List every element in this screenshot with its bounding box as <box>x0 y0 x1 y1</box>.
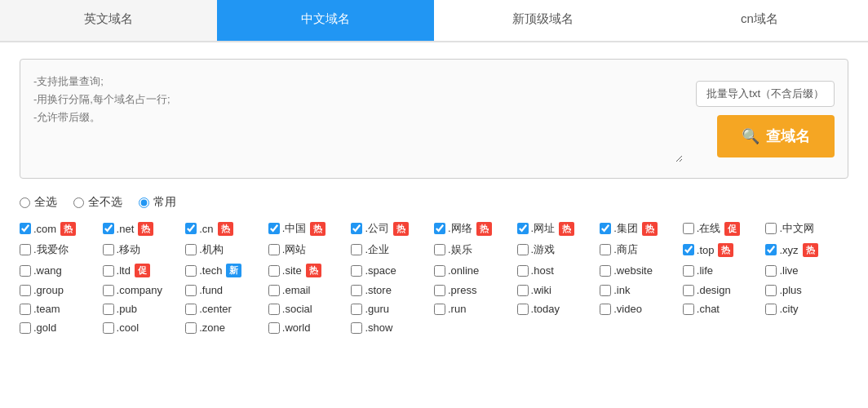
domain-checkbox[interactable] <box>185 223 197 234</box>
domain-item[interactable]: .ltd促 <box>103 264 186 277</box>
domain-item[interactable]: .top热 <box>683 242 766 257</box>
domain-checkbox[interactable] <box>683 223 694 234</box>
domain-checkbox[interactable] <box>268 322 280 334</box>
domain-item[interactable]: .email <box>268 284 352 296</box>
domain-item[interactable]: .social <box>268 303 352 315</box>
domain-item[interactable]: .center <box>185 303 268 315</box>
domain-item[interactable]: .移动 <box>103 242 186 257</box>
domain-item[interactable]: .cn热 <box>185 221 268 236</box>
domain-item[interactable]: .娱乐 <box>434 242 517 257</box>
domain-checkbox[interactable] <box>765 244 777 255</box>
domain-checkbox[interactable] <box>600 244 611 255</box>
domain-checkbox[interactable] <box>351 223 362 234</box>
domain-checkbox[interactable] <box>517 285 529 296</box>
domain-item[interactable]: .host <box>517 264 600 277</box>
domain-checkbox[interactable] <box>683 244 694 255</box>
domain-item[interactable]: .net热 <box>103 221 186 236</box>
domain-item[interactable]: .today <box>517 303 600 315</box>
domain-item[interactable]: .group <box>20 284 103 296</box>
domain-checkbox[interactable] <box>351 304 362 315</box>
domain-checkbox[interactable] <box>185 285 197 296</box>
tab-cn[interactable]: cn域名 <box>651 0 868 41</box>
domain-item[interactable]: .design <box>683 284 766 296</box>
domain-item[interactable]: .pub <box>103 303 186 315</box>
domain-checkbox[interactable] <box>765 265 777 277</box>
domain-checkbox[interactable] <box>103 285 114 296</box>
domain-checkbox[interactable] <box>434 265 445 277</box>
domain-item[interactable]: .集团热 <box>600 221 683 236</box>
domain-input[interactable] <box>33 73 683 162</box>
domain-checkbox[interactable] <box>268 304 280 315</box>
domain-item[interactable]: .press <box>434 284 517 296</box>
domain-checkbox[interactable] <box>351 285 362 296</box>
domain-item[interactable]: .我爱你 <box>20 242 103 257</box>
domain-checkbox[interactable] <box>600 285 611 296</box>
domain-item[interactable]: .plus <box>765 284 848 296</box>
search-button[interactable]: 🔍 查域名 <box>717 115 835 157</box>
domain-checkbox[interactable] <box>434 285 445 296</box>
domain-item[interactable]: .website <box>600 264 683 277</box>
domain-item[interactable]: .游戏 <box>517 242 600 257</box>
domain-checkbox[interactable] <box>765 304 777 315</box>
domain-checkbox[interactable] <box>20 322 31 334</box>
domain-checkbox[interactable] <box>268 265 280 277</box>
domain-item[interactable]: .网络热 <box>434 221 517 236</box>
domain-checkbox[interactable] <box>185 322 197 334</box>
select-none-radio[interactable] <box>73 197 84 208</box>
domain-item[interactable]: .chat <box>683 303 766 315</box>
domain-item[interactable]: .fund <box>185 284 268 296</box>
domain-checkbox[interactable] <box>434 244 445 255</box>
domain-item[interactable]: .wiki <box>517 284 600 296</box>
domain-checkbox[interactable] <box>103 223 114 234</box>
domain-checkbox[interactable] <box>517 244 529 255</box>
domain-item[interactable]: .run <box>434 303 517 315</box>
domain-checkbox[interactable] <box>20 244 31 255</box>
domain-item[interactable]: .store <box>351 284 434 296</box>
domain-checkbox[interactable] <box>765 223 777 234</box>
domain-checkbox[interactable] <box>103 322 114 334</box>
select-all-option[interactable]: 全选 <box>20 195 57 210</box>
domain-checkbox[interactable] <box>20 285 31 296</box>
domain-item[interactable]: .机构 <box>185 242 268 257</box>
common-option[interactable]: 常用 <box>139 195 176 210</box>
domain-checkbox[interactable] <box>103 244 114 255</box>
domain-checkbox[interactable] <box>517 223 529 234</box>
domain-item[interactable]: .live <box>765 264 848 277</box>
domain-item[interactable]: .cool <box>103 322 186 334</box>
domain-item[interactable]: .网址热 <box>517 221 600 236</box>
domain-item[interactable]: .show <box>351 322 434 334</box>
domain-checkbox[interactable] <box>600 304 611 315</box>
domain-item[interactable]: .team <box>20 303 103 315</box>
domain-item[interactable]: .guru <box>351 303 434 315</box>
domain-checkbox[interactable] <box>351 244 362 255</box>
domain-item[interactable]: .zone <box>185 322 268 334</box>
domain-item[interactable]: .wang <box>20 264 103 277</box>
domain-checkbox[interactable] <box>268 285 280 296</box>
tab-new-tld[interactable]: 新顶级域名 <box>434 0 651 41</box>
domain-item[interactable]: .xyz热 <box>765 242 848 257</box>
domain-checkbox[interactable] <box>268 223 280 234</box>
import-button[interactable]: 批量导入txt（不含后缀） <box>696 81 835 107</box>
tab-chinese[interactable]: 中文域名 <box>217 0 434 41</box>
domain-checkbox[interactable] <box>20 304 31 315</box>
domain-item[interactable]: .中国热 <box>268 221 352 236</box>
domain-checkbox[interactable] <box>185 304 197 315</box>
domain-item[interactable]: .video <box>600 303 683 315</box>
domain-checkbox[interactable] <box>268 244 280 255</box>
select-all-radio[interactable] <box>20 197 30 208</box>
domain-item[interactable]: .在线促 <box>683 221 766 236</box>
domain-item[interactable]: .space <box>351 264 434 277</box>
domain-checkbox[interactable] <box>351 265 362 277</box>
domain-checkbox[interactable] <box>683 285 694 296</box>
domain-item[interactable]: .网站 <box>268 242 352 257</box>
domain-checkbox[interactable] <box>103 265 114 277</box>
domain-item[interactable]: .企业 <box>351 242 434 257</box>
domain-item[interactable]: .site热 <box>268 264 352 277</box>
domain-item[interactable]: .world <box>268 322 352 334</box>
domain-item[interactable]: .商店 <box>600 242 683 257</box>
domain-checkbox[interactable] <box>434 304 445 315</box>
domain-item[interactable]: .company <box>103 284 186 296</box>
common-radio[interactable] <box>139 197 149 208</box>
domain-checkbox[interactable] <box>20 265 31 277</box>
domain-checkbox[interactable] <box>517 265 529 277</box>
